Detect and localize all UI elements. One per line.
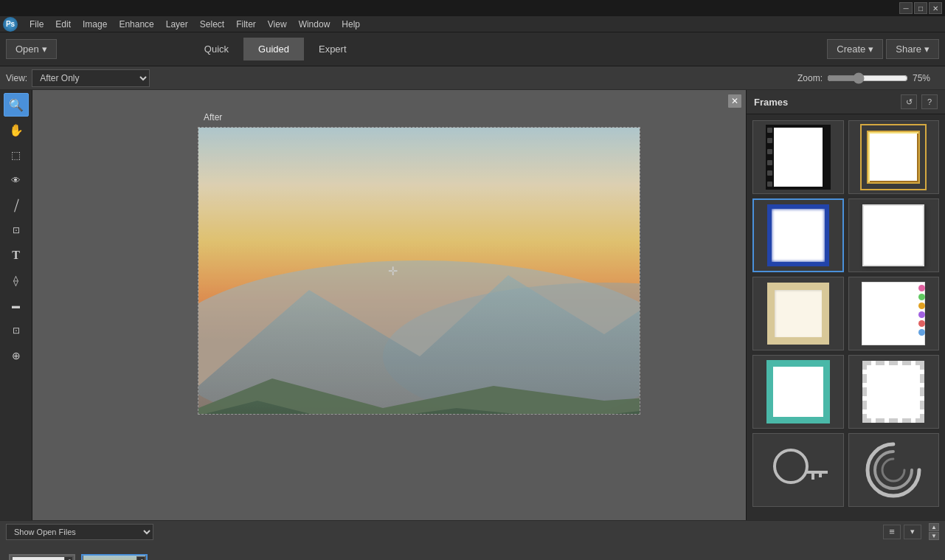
- canvas-label: After: [204, 112, 222, 122]
- share-label: Share: [896, 44, 921, 55]
- svg-rect-10: [198, 128, 640, 414]
- crosshair-indicator: ✛: [388, 264, 398, 278]
- eye-tool[interactable]: 👁: [4, 168, 29, 192]
- frame-cream[interactable]: [752, 277, 844, 350]
- scroll-up-button[interactable]: ▲: [929, 523, 939, 531]
- frame-teal[interactable]: [752, 355, 844, 429]
- svg-point-11: [775, 450, 807, 483]
- cream-frame-preview: [767, 283, 829, 345]
- recompose-tool[interactable]: ⊕: [4, 344, 29, 367]
- crop-tool[interactable]: ⊡: [4, 218, 29, 242]
- thumb-item-1[interactable]: ↗: [9, 554, 75, 560]
- menu-view[interactable]: View: [262, 18, 293, 31]
- menu-filter[interactable]: Filter: [230, 18, 262, 31]
- frame-flower[interactable]: [848, 277, 940, 350]
- showfiles-bar: Show Open Files Show in Organizer Show A…: [0, 520, 945, 542]
- smart-brush-tool[interactable]: ▬: [4, 294, 29, 317]
- crop-icon: ⊡: [13, 225, 20, 235]
- zoom-slider[interactable]: [827, 72, 908, 84]
- straighten-tool[interactable]: ╲: [4, 193, 29, 217]
- panel-header: Frames ↺ ?: [747, 90, 945, 114]
- view-label: View:: [6, 73, 27, 83]
- menu-edit[interactable]: Edit: [49, 18, 77, 31]
- thumb-item-2[interactable]: ↗: [81, 554, 148, 560]
- menu-enhance[interactable]: Enhance: [113, 18, 159, 31]
- menu-image[interactable]: Image: [77, 18, 113, 31]
- menu-select[interactable]: Select: [194, 18, 230, 31]
- open-arrow-icon: ▾: [42, 44, 47, 55]
- share-arrow-icon: ▾: [924, 44, 930, 55]
- view-dropdown[interactable]: After Only Before Only Before & After - …: [32, 69, 150, 87]
- minimize-button[interactable]: ─: [899, 2, 913, 14]
- eye-icon: 👁: [11, 175, 21, 186]
- main-area: 🔍 ✋ ⬚ 👁 ╲ ⊡ T ⟠ ▬ ⊡ ⊕: [0, 90, 945, 520]
- thumb-preview-1: [13, 557, 72, 560]
- zoom-value: 75%: [913, 73, 939, 83]
- film-frame-preview: [766, 125, 831, 190]
- frame-white[interactable]: [848, 198, 940, 272]
- frames-panel: Frames ↺ ?: [746, 90, 945, 520]
- create-arrow-icon: ▾: [868, 44, 873, 55]
- frame-gold[interactable]: [848, 120, 940, 194]
- frame-film[interactable]: [752, 120, 844, 194]
- topbar: Open ▾ Quick Guided Expert Create ▾ Shar…: [0, 32, 945, 66]
- thumbbar-down-button[interactable]: ▾: [904, 525, 921, 539]
- blue-frame-preview: [767, 204, 829, 266]
- white-frame-preview: [862, 204, 924, 266]
- panel-help-button[interactable]: ?: [921, 94, 938, 109]
- heal-icon: ⟠: [13, 274, 18, 286]
- frame-coil[interactable]: [848, 433, 940, 507]
- thumbbar-menu-button[interactable]: ≡: [883, 525, 901, 539]
- create-button[interactable]: Create ▾: [827, 39, 883, 59]
- frame-blue[interactable]: [752, 198, 844, 272]
- scroll-down-button[interactable]: ▼: [929, 532, 939, 540]
- zoom-group: Zoom: 75%: [797, 72, 939, 84]
- selection-icon: ⬚: [11, 149, 21, 161]
- thumbnails-container: ↗ ↗: [0, 548, 945, 560]
- menu-file[interactable]: File: [24, 18, 49, 31]
- coil-preview: [860, 437, 927, 503]
- zoom-label: Zoom:: [797, 73, 823, 83]
- thumb-badge-2: ↗: [136, 556, 145, 560]
- canvas-content[interactable]: ✛: [198, 127, 640, 415]
- recompose-icon: ⊕: [12, 350, 21, 362]
- menu-help[interactable]: Help: [336, 18, 366, 31]
- viewbar: View: After Only Before Only Before & Af…: [0, 66, 945, 90]
- selection-tool[interactable]: ⬚: [4, 143, 29, 167]
- scallop-frame-preview: [862, 361, 924, 423]
- thumbnails-row: ↗ ↗: [0, 542, 945, 560]
- tab-quick[interactable]: Quick: [190, 38, 243, 61]
- app-icon: Ps: [3, 17, 18, 32]
- zoom-tool[interactable]: 🔍: [4, 93, 29, 117]
- canvas-close-button[interactable]: ✕: [728, 94, 741, 108]
- text-tool[interactable]: T: [4, 243, 29, 267]
- panel-refresh-button[interactable]: ↺: [901, 94, 917, 109]
- frames-grid: [747, 114, 945, 513]
- heal-tool[interactable]: ⟠: [4, 269, 29, 292]
- titlebar: ─ □ ✕: [0, 0, 945, 16]
- move-tool[interactable]: ✋: [4, 118, 29, 142]
- straighten-icon: ╲: [10, 199, 22, 212]
- hand-icon: ✋: [9, 123, 24, 137]
- show-files-dropdown[interactable]: Show Open Files Show in Organizer Show A…: [6, 524, 153, 540]
- menu-window[interactable]: Window: [293, 18, 336, 31]
- menubar: Ps File Edit Image Enhance Layer Select …: [0, 16, 945, 32]
- frame-circle-key[interactable]: [752, 433, 844, 507]
- canvas-image: [198, 128, 640, 414]
- gold-frame-preview: [862, 125, 925, 189]
- share-button[interactable]: Share ▾: [886, 39, 939, 59]
- mode-tabs: Quick Guided Expert: [190, 38, 361, 61]
- tab-expert[interactable]: Expert: [304, 38, 361, 61]
- clone-tool[interactable]: ⊡: [4, 319, 29, 342]
- thumb-badge-1: ↗: [64, 556, 73, 560]
- open-label: Open: [15, 44, 39, 55]
- open-button[interactable]: Open ▾: [6, 39, 57, 59]
- text-icon: T: [12, 249, 20, 262]
- clone-icon: ⊡: [13, 325, 20, 336]
- maximize-button[interactable]: □: [914, 2, 927, 14]
- menu-layer[interactable]: Layer: [160, 18, 194, 31]
- smart-brush-icon: ▬: [12, 301, 20, 310]
- tab-guided[interactable]: Guided: [243, 38, 304, 61]
- frame-scallop[interactable]: [848, 355, 940, 429]
- close-button[interactable]: ✕: [929, 2, 942, 14]
